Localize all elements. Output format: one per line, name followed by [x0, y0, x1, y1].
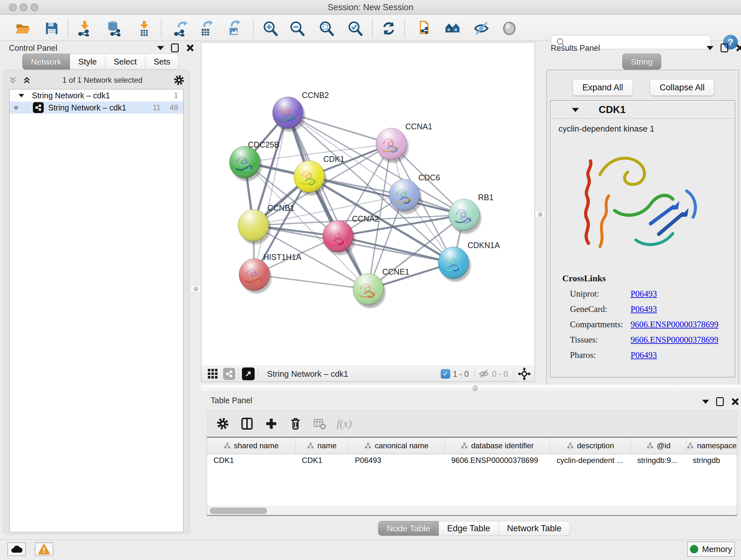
close-panel-icon[interactable] — [731, 397, 739, 406]
network-node-CDK1[interactable]: CDK1 — [294, 154, 345, 195]
scrollbar-thumb[interactable] — [210, 508, 267, 514]
cloud-status-button[interactable] — [7, 543, 26, 556]
table-row[interactable]: CDK1 CDK1 P06493 9606.ENSP00000378699 cy… — [207, 454, 737, 466]
column-header[interactable]: namespace — [686, 438, 737, 454]
column-header[interactable]: canonical name — [348, 438, 445, 454]
node-count: 11 — [152, 103, 160, 112]
delete-column-icon[interactable] — [289, 417, 302, 430]
export-image-button[interactable] — [225, 19, 243, 37]
tab-edge-table[interactable]: Edge Table — [439, 521, 499, 536]
network-edge-CCNB2-HIST1H1A[interactable] — [254, 113, 288, 274]
houses-icon — [445, 20, 461, 37]
gene-section-header[interactable]: CDK1 — [551, 102, 734, 119]
clone-network-button[interactable] — [415, 19, 433, 37]
import-table-button[interactable] — [135, 19, 153, 37]
column-type-icon — [647, 442, 654, 449]
tab-select[interactable]: Select — [105, 54, 145, 70]
node-label-CCNA1: CCNA1 — [405, 122, 432, 131]
collapse-all-button[interactable]: Collapse All — [650, 79, 715, 96]
column-header[interactable]: shared name — [207, 438, 295, 454]
tab-network[interactable]: Network — [22, 54, 70, 70]
home-networks-button[interactable] — [444, 19, 461, 37]
network-node-RB1[interactable]: RB1 — [449, 193, 494, 234]
column-header[interactable]: name — [295, 438, 348, 454]
detach-view-button[interactable] — [242, 368, 255, 380]
column-header[interactable]: description — [550, 438, 631, 454]
show-all-button[interactable] — [500, 19, 518, 37]
zoom-fit-button[interactable] — [318, 19, 336, 37]
compartments-link[interactable]: 9606.ENSP00000378699 — [630, 320, 718, 329]
column-header[interactable]: @id — [631, 438, 686, 454]
expand-all-icon[interactable] — [22, 75, 31, 85]
hidden-eye-icon[interactable] — [478, 368, 489, 380]
panel-menu-icon[interactable] — [706, 46, 714, 50]
add-column-icon[interactable] — [265, 417, 278, 430]
expand-all-button[interactable]: Expand All — [572, 79, 633, 96]
warnings-button[interactable] — [35, 543, 53, 556]
select-columns-icon[interactable] — [240, 417, 254, 430]
refresh-layout-button[interactable] — [380, 19, 398, 37]
float-panel-icon[interactable] — [171, 44, 179, 52]
birds-eye-view-button[interactable] — [207, 368, 219, 380]
grid-icon — [207, 368, 219, 380]
export-network-button[interactable] — [172, 19, 190, 37]
network-node-CDC25B[interactable]: CDC25B — [229, 140, 280, 181]
zoom-out-button[interactable] — [288, 19, 307, 37]
right-splitter-handle[interactable] — [535, 211, 545, 218]
tab-network-table[interactable]: Network Table — [499, 521, 570, 536]
zoom-selected-button[interactable] — [347, 19, 364, 37]
uniprot-link[interactable]: P06493 — [630, 289, 657, 299]
zoom-in-button[interactable] — [262, 19, 280, 37]
close-panel-icon[interactable] — [186, 44, 194, 52]
column-header[interactable]: database identifier — [445, 438, 550, 454]
genecard-link[interactable]: P06493 — [630, 304, 657, 314]
network-node-CDKN1A[interactable]: CDKN1A — [438, 241, 500, 282]
export-table-button[interactable] — [197, 19, 215, 37]
horizontal-splitter[interactable] — [201, 385, 741, 391]
panel-menu-icon[interactable] — [702, 400, 709, 404]
horizontal-scrollbar[interactable] — [207, 506, 737, 515]
collapse-all-icon[interactable] — [8, 75, 17, 85]
horizontal-splitter-handle[interactable] — [472, 385, 478, 391]
toolbar-separator — [372, 19, 373, 37]
network-collection-row[interactable]: String Network – cdk1 1 — [10, 89, 183, 102]
pharos-link[interactable]: P06493 — [630, 350, 657, 360]
import-network-file-button[interactable] — [75, 19, 93, 37]
selected-checkbox-icon[interactable] — [441, 369, 450, 379]
tissues-link[interactable]: 9606.ENSP00000378699 — [630, 335, 718, 345]
network-view-title: String Network – cdk1 — [267, 369, 348, 379]
network-edge-CCNA2-CDKN1A[interactable] — [338, 236, 454, 263]
float-panel-icon[interactable] — [721, 44, 728, 52]
network-node-CCNA1[interactable]: CCNA1 — [376, 122, 432, 163]
open-folder-icon — [15, 20, 31, 37]
close-panel-icon[interactable] — [735, 44, 741, 52]
left-splitter-handle[interactable] — [191, 285, 201, 292]
crosshair-icon[interactable] — [517, 367, 531, 381]
tree-expander-icon[interactable] — [18, 94, 24, 97]
hide-unhide-button[interactable] — [472, 19, 490, 37]
network-node-HIST1H1A[interactable]: HIST1H1A — [239, 253, 301, 294]
panel-menu-icon[interactable] — [157, 46, 164, 50]
save-session-button[interactable] — [43, 19, 61, 37]
tab-style[interactable]: Style — [70, 54, 105, 70]
toolbar-separator — [253, 19, 254, 37]
float-panel-icon[interactable] — [716, 397, 724, 406]
control-panel: Control Panel Network Style Select Sets … — [2, 42, 191, 536]
memory-button[interactable]: Memory — [687, 542, 735, 557]
main-toolbar: ? — [0, 15, 741, 41]
table-gear-icon[interactable] — [216, 417, 229, 430]
node-label-CDKN1A: CDKN1A — [468, 241, 500, 250]
gear-icon[interactable] — [173, 74, 185, 86]
network-canvas[interactable]: CCNB2CCNA1CDC25BCDK1CDC6RB1CCNB1CCNA2CDK… — [201, 42, 535, 366]
network-row[interactable]: String Network – cdk1 11 48 — [10, 102, 183, 114]
open-session-button[interactable] — [14, 19, 32, 37]
import-network-database-button[interactable] — [105, 19, 123, 37]
toolbar-separator — [404, 19, 405, 37]
string-view-button[interactable] — [223, 368, 235, 380]
network-edge-CCNB2-CCNE1[interactable] — [288, 113, 368, 289]
tab-string[interactable]: String — [622, 54, 661, 70]
tab-node-table[interactable]: Node Table — [378, 521, 439, 536]
network-node-CCNB2[interactable]: CCNB2 — [273, 91, 329, 132]
section-expander-icon[interactable] — [572, 108, 579, 112]
tab-sets[interactable]: Sets — [145, 54, 179, 70]
